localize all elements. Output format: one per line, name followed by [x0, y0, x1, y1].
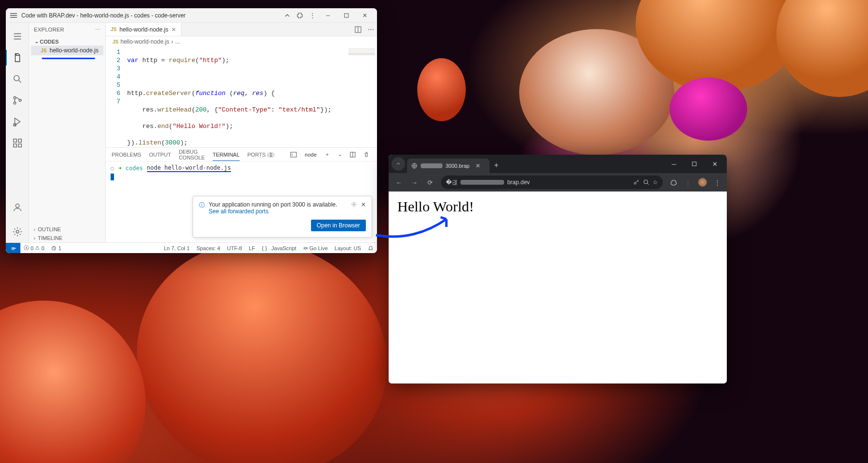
window-minimize[interactable]: ─ [320, 10, 336, 21]
js-file-icon: JS [41, 48, 47, 53]
close-tab-icon[interactable]: ✕ [171, 26, 176, 33]
sidebar-title: EXPLORER [34, 27, 64, 32]
status-errors[interactable]: ⓧ 0 ⚠ 0 [20, 244, 48, 252]
key-icon[interactable] [633, 179, 640, 186]
status-encoding[interactable]: UTF-8 [224, 245, 246, 251]
titlebar-up-icon[interactable] [282, 10, 293, 21]
status-eol[interactable]: LF [246, 245, 259, 251]
search-icon[interactable] [6, 68, 29, 90]
svg-point-18 [16, 230, 19, 233]
browser-tab[interactable]: 3000.brap ✕ [407, 159, 490, 173]
browser-viewport[interactable]: Hello World! [389, 192, 727, 383]
nav-reload-button[interactable]: ⟳ [423, 175, 437, 190]
svg-point-26 [305, 247, 307, 249]
code-content[interactable]: var http = require("http"); http.createS… [125, 47, 377, 147]
split-terminal-icon[interactable] [350, 150, 356, 160]
new-terminal-icon[interactable]: ＋ [325, 150, 330, 160]
svg-line-8 [18, 80, 21, 83]
terminal-shell-label[interactable]: node [305, 152, 316, 158]
site-info-icon[interactable]: �긙 [446, 178, 458, 187]
accounts-icon[interactable] [6, 197, 29, 218]
outline-section[interactable]: ›OUTLINE [29, 225, 105, 234]
status-bell-icon[interactable] [364, 245, 377, 251]
svg-rect-0 [10, 13, 17, 14]
breadcrumb-file: hello-world-node.js [120, 38, 169, 45]
profile-avatar[interactable] [696, 176, 709, 189]
browser-window: 3000.brap ✕ + ─ ✕ ← → ⟳ �긙 brap.dev ☆ | … [389, 155, 727, 383]
kill-terminal-icon[interactable] [363, 150, 369, 160]
editor-tab[interactable]: JS hello-world-node.js ✕ [106, 23, 181, 36]
address-bar[interactable]: �긙 brap.dev ☆ [441, 176, 663, 189]
notification-gear-icon[interactable] [351, 201, 357, 208]
terminal-cwd: codes [125, 165, 143, 172]
source-control-icon[interactable] [6, 90, 29, 111]
explorer-icon[interactable] [6, 47, 29, 68]
chevron-right-icon: › [31, 235, 38, 241]
svg-point-9 [14, 96, 16, 99]
activity-bar [6, 23, 29, 242]
open-in-browser-button[interactable]: Open in Browser [311, 220, 366, 231]
nav-back-button[interactable]: ← [392, 175, 406, 190]
tab-terminal[interactable]: TERMINAL [213, 149, 240, 161]
window-maximize[interactable] [684, 157, 704, 171]
timeline-section[interactable]: ›TIMELINE [29, 234, 105, 242]
port-notification: ⓘ Your application running on port 3000 … [193, 196, 372, 238]
new-tab-button[interactable]: + [490, 161, 503, 170]
tab-problems[interactable]: PROBLEMS [112, 149, 141, 160]
split-editor-icon[interactable] [352, 23, 364, 36]
code-editor[interactable]: 1234567 var http = require("http"); http… [106, 47, 377, 147]
sidebar-more-icon[interactable]: ⋯ [95, 27, 100, 33]
tab-search-icon[interactable] [392, 157, 405, 171]
status-spaces[interactable]: Spaces: 4 [193, 245, 224, 251]
settings-gear-icon[interactable] [6, 221, 29, 242]
window-maximize[interactable] [338, 10, 355, 21]
svg-point-17 [16, 204, 19, 208]
svg-rect-3 [344, 14, 348, 17]
terminal-profile[interactable] [290, 150, 297, 160]
browser-menu-icon[interactable]: ⋮ [710, 176, 724, 189]
bookmark-star-icon[interactable]: ☆ [653, 179, 658, 186]
tab-label: hello-world-node.js [119, 26, 168, 33]
menu-icon[interactable] [6, 26, 29, 47]
notification-close-icon[interactable]: ✕ [361, 201, 366, 208]
breadcrumb[interactable]: JS hello-world-node.js › ... [106, 36, 377, 47]
file-item[interactable]: JS hello-world-node.js [31, 46, 103, 55]
remote-indicator[interactable] [6, 243, 20, 253]
status-language[interactable]: { } JavaScript [259, 245, 300, 251]
svg-rect-16 [18, 144, 21, 147]
zoom-icon[interactable] [643, 179, 650, 186]
window-close[interactable]: ✕ [357, 10, 373, 21]
extensions-icon[interactable] [6, 132, 29, 154]
status-go-live[interactable]: Go Live [300, 245, 331, 251]
status-layout[interactable]: Layout: US [331, 245, 364, 251]
terminal-dropdown-icon[interactable]: ⌄ [338, 150, 342, 160]
nav-forward-button[interactable]: → [407, 175, 422, 190]
window-close[interactable]: ✕ [704, 157, 725, 171]
status-ports[interactable]: 1 [48, 245, 65, 251]
minimap[interactable] [348, 48, 375, 57]
close-tab-icon[interactable]: ✕ [475, 162, 480, 169]
notification-link[interactable]: See all forwarded ports [209, 208, 268, 215]
title-bar[interactable]: Code with BRAP.dev - hello-world-node.js… [6, 8, 377, 23]
titlebar-extension-icon[interactable] [295, 10, 305, 21]
file-name: hello-world-node.js [49, 47, 98, 54]
tab-debug-console[interactable]: DEBUG CONSOLE [179, 146, 205, 163]
sidebar-header: EXPLORER ⋯ [29, 23, 105, 36]
window-minimize[interactable]: ─ [664, 157, 684, 171]
tab-more-icon[interactable]: ⋯ [364, 23, 377, 36]
titlebar-more-icon[interactable]: ⋮ [307, 10, 318, 21]
svg-rect-2 [10, 17, 17, 18]
redacted-text [460, 180, 504, 185]
tab-output[interactable]: OUTPUT [149, 149, 171, 160]
run-debug-icon[interactable] [6, 111, 29, 132]
folder-header[interactable]: ⌄ CODES [31, 37, 103, 46]
tab-title-tail: 3000.brap [445, 163, 470, 169]
status-cursor-pos[interactable]: Ln 7, Col 1 [161, 245, 193, 251]
svg-point-29 [634, 182, 636, 184]
app-menu-icon[interactable] [10, 12, 17, 19]
extensions-icon[interactable] [667, 176, 680, 189]
tab-ports[interactable]: PORTS1 [247, 149, 275, 160]
svg-rect-1 [10, 15, 17, 16]
panel-tabs: PROBLEMS OUTPUT DEBUG CONSOLE TERMINAL P… [106, 148, 377, 161]
line-gutter: 1234567 [106, 47, 125, 147]
